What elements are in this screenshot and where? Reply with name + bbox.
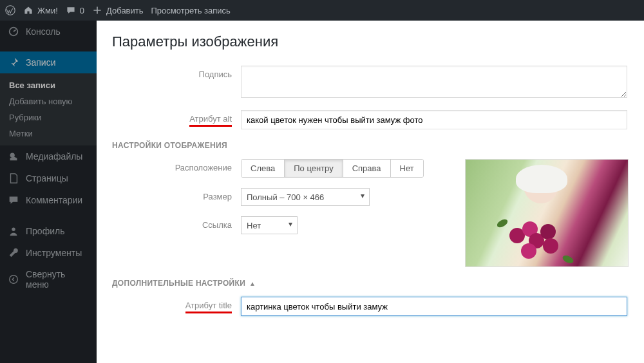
adminbar-site-home[interactable]: Жми! (23, 5, 58, 15)
admin-sidebar: Консоль Записи Все записи Добавить новую… (0, 21, 97, 363)
sidebar-item-label: Свернуть меню (26, 269, 89, 290)
adminbar-site-name: Жми! (37, 6, 58, 15)
link-label: Ссылка (202, 220, 232, 230)
wrench-icon (8, 247, 19, 259)
sidebar-item-label: Профиль (26, 226, 64, 236)
sidebar-item-tools[interactable]: Инструменты (0, 242, 97, 264)
home-icon (23, 5, 33, 15)
field-link: Ссылка Нет (112, 216, 453, 234)
display-settings-heading: НАСТРОЙКИ ОТОБРАЖЕНИЯ (112, 141, 629, 150)
field-alt: Атрибут alt (112, 110, 629, 129)
comment-icon (8, 194, 19, 206)
comment-icon (66, 5, 76, 15)
align-label: Расположение (175, 163, 232, 172)
user-icon (8, 225, 19, 237)
adminbar-add-label: Добавить (106, 6, 143, 15)
sidebar-item-posts[interactable]: Записи (0, 51, 97, 73)
field-size: Размер Полный – 700 × 466 (112, 188, 453, 206)
image-preview (465, 159, 629, 267)
adminbar-wp-logo[interactable] (5, 5, 15, 15)
align-button-group: Слева По центру Справа Нет (241, 159, 424, 178)
sidebar-item-label: Страницы (26, 173, 68, 183)
sidebar-item-label: Консоль (26, 26, 61, 37)
sidebar-item-label: Инструменты (26, 248, 82, 258)
pin-icon (8, 57, 19, 68)
sidebar-item-label: Медиафайлы (26, 151, 82, 162)
align-right-button[interactable]: Справа (343, 160, 391, 177)
caret-up-icon: ▲ (249, 280, 256, 287)
field-align: Расположение Слева По центру Справа Нет (112, 159, 453, 178)
adminbar-view-post-label: Просмотреть запись (151, 6, 231, 15)
sidebar-item-comments[interactable]: Комментарии (0, 189, 97, 211)
alt-label: Атрибут alt (189, 114, 232, 127)
svg-point-3 (12, 228, 15, 231)
sidebar-item-label: Записи (26, 57, 55, 68)
title-attr-label: Атрибут title (185, 301, 232, 313)
admin-bar: Жми! 0 Добавить Просмотреть запись (0, 0, 644, 21)
sidebar-subitem-all-posts[interactable]: Все записи (0, 77, 97, 93)
align-none-button[interactable]: Нет (391, 160, 423, 177)
sidebar-collapse[interactable]: Свернуть меню (0, 264, 97, 295)
caption-label: Подпись (199, 70, 232, 79)
advanced-settings-heading[interactable]: ДОПОЛНИТЕЛЬНЫЕ НАСТРОЙКИ ▲ (112, 279, 629, 288)
sidebar-subitem-categories[interactable]: Рубрики (0, 109, 97, 126)
sidebar-posts-submenu: Все записи Добавить новую Рубрики Метки (0, 73, 97, 145)
media-icon (8, 151, 19, 162)
plus-icon (92, 5, 102, 15)
page-icon (8, 172, 19, 184)
field-caption: Подпись (112, 66, 629, 100)
align-center-button[interactable]: По центру (285, 160, 343, 177)
caption-textarea[interactable] (241, 66, 627, 98)
size-label: Размер (203, 192, 232, 201)
adminbar-view-post[interactable]: Просмотреть запись (151, 6, 231, 15)
adminbar-add-new[interactable]: Добавить (92, 5, 143, 15)
dashboard-icon (8, 26, 19, 37)
svg-point-4 (10, 275, 18, 284)
sidebar-item-label: Комментарии (26, 195, 82, 205)
wordpress-icon (5, 5, 15, 15)
sidebar-item-profile[interactable]: Профиль (0, 220, 97, 242)
collapse-icon (8, 274, 19, 285)
sidebar-subitem-tags[interactable]: Метки (0, 126, 97, 142)
alt-input[interactable] (241, 110, 627, 129)
size-select[interactable]: Полный – 700 × 466 (241, 188, 370, 206)
align-left-button[interactable]: Слева (242, 160, 285, 177)
sidebar-item-console[interactable]: Консоль (0, 21, 97, 42)
link-select[interactable]: Нет (241, 216, 298, 234)
sidebar-subitem-add-new[interactable]: Добавить новую (0, 93, 97, 109)
sidebar-item-media[interactable]: Медиафайлы (0, 145, 97, 167)
image-details-modal: Параметры изображения Подпись Атрибут al… (97, 21, 644, 363)
field-title-attr: Атрибут title (112, 297, 629, 316)
sidebar-item-pages[interactable]: Страницы (0, 167, 97, 189)
page-title: Параметры изображения (112, 33, 629, 50)
adminbar-comments-count: 0 (80, 6, 84, 15)
title-attr-input[interactable] (241, 297, 627, 316)
adminbar-comments[interactable]: 0 (66, 5, 84, 15)
